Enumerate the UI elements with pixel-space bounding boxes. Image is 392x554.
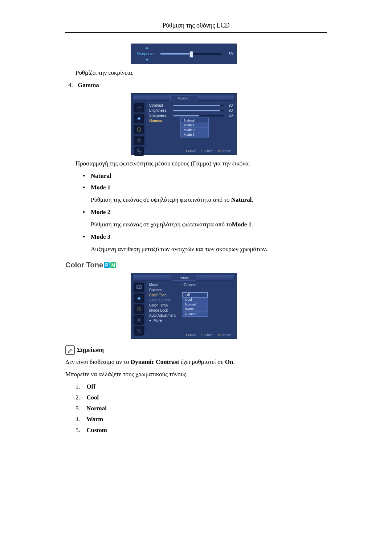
sharpness-fill	[173, 115, 199, 116]
osd-sharpness-value: 50	[229, 52, 233, 56]
list-item-gamma: 4. Gamma	[68, 82, 327, 89]
hint-enter: ↵Enter	[201, 149, 213, 153]
value-mode: : Custom	[182, 283, 196, 288]
osd-custom-menu: Custom Contrast 90 Brightness 90 S	[131, 93, 237, 155]
value-sharpness: 50	[225, 113, 233, 118]
picture-icon	[134, 103, 144, 112]
hint-move: ♦Move	[186, 149, 196, 153]
value-contrast: 90	[225, 103, 233, 108]
mode3-description: Αυξημένη αντίθεση μεταξύ των ανοιχτών κα…	[91, 246, 327, 253]
ct-label: Cool	[86, 394, 99, 401]
hint-return: ↺Return	[218, 149, 231, 153]
ct-opt-custom[interactable]: Custom	[182, 312, 208, 316]
section-title-text: Color Tone	[65, 261, 103, 269]
label-contrast: Contrast	[149, 103, 163, 108]
gamma-description: Προσαρμογή της φωτεινότητας μέσου εύρους…	[75, 160, 327, 167]
gamma-opt-natural[interactable]: Natural	[181, 118, 208, 123]
ct-number: 4.	[75, 416, 85, 423]
chevron-down-icon: ▾	[149, 318, 151, 323]
osd-icon-column	[132, 102, 146, 147]
label-brightness: Brightness	[149, 108, 166, 113]
bullet-mode2: Mode 2	[83, 209, 327, 216]
osd-custom-title: Custom	[170, 95, 197, 101]
ct-item-off: 1. Off	[75, 383, 327, 390]
sharpness-description: Ρυθμίζει την ευκρίνεια.	[75, 69, 327, 77]
osd-picture-footer: ♦Move ↵Enter ↺Return	[132, 332, 235, 338]
badge-p-icon: P	[104, 262, 110, 268]
svg-point-2	[138, 118, 140, 119]
svg-point-11	[138, 319, 140, 321]
label-color-control: Color Control	[149, 298, 171, 303]
label-color-temp: Color Temp.	[149, 303, 169, 308]
label-custom: Custom	[149, 288, 162, 293]
osd-icon-column	[132, 281, 146, 331]
hint-return: ↺Return	[218, 333, 231, 337]
ct-item-warm: 4. Warm	[75, 416, 327, 423]
svg-point-4	[138, 139, 140, 141]
ct-opt-normal[interactable]: Normal	[182, 302, 208, 307]
ct-opt-off[interactable]: Off	[182, 292, 208, 297]
svg-point-9	[138, 297, 140, 299]
note-header: Σημείωση	[65, 345, 327, 355]
ct-label: Warm	[86, 416, 103, 423]
page: Ρύθμιση της οθόνης LCD Sharpness 50 Ρυθμ…	[0, 0, 392, 554]
ct-opt-cool[interactable]: Cool	[182, 297, 208, 302]
arrow-down-icon	[146, 59, 148, 61]
gamma-colon: :	[172, 118, 173, 123]
hint-move: ♦Move	[186, 333, 196, 337]
row-brightness: Brightness 90	[149, 108, 233, 113]
note-icon	[65, 345, 75, 355]
osd-sharpness-knob[interactable]	[189, 51, 193, 58]
arrow-up-icon	[146, 47, 148, 49]
note-label: Σημείωση	[77, 346, 104, 354]
input-icon	[134, 114, 144, 123]
ct-number: 2.	[75, 394, 85, 401]
gamma-opt-mode1[interactable]: Mode 1	[181, 123, 208, 128]
osd-custom-titlebar: Custom	[132, 95, 235, 101]
label-more: More	[154, 318, 162, 323]
gear-icon	[134, 136, 144, 145]
list-number: 4.	[68, 82, 76, 89]
mode2-description: Ρύθμιση της εικόνας σε χαμηλότερη φωτειν…	[91, 221, 327, 228]
ct-opt-warm[interactable]: Warm	[182, 307, 208, 312]
osd-custom-footer: ♦Move ↵Enter ↺Return	[132, 148, 235, 154]
gamma-opt-mode3[interactable]: Mode 3	[181, 132, 208, 137]
bullet-natural: Natural	[83, 172, 327, 180]
gamma-opt-mode2[interactable]: Mode 2	[181, 128, 208, 132]
osd-custom-body: Contrast 90 Brightness 90 Sharpness 50 G…	[147, 102, 235, 147]
row-more: ▾ More	[149, 318, 233, 323]
label-mode: Mode	[149, 283, 158, 288]
ct-number: 3.	[75, 405, 85, 412]
ct-label: Off	[86, 383, 95, 390]
color-tone-dropdown[interactable]: Off Cool Normal Warm Custom	[182, 292, 208, 317]
page-header-title: Ρύθμιση της οθόνης LCD	[65, 22, 327, 32]
hint-enter: ↵Enter	[201, 333, 213, 337]
label-gamma: Gamma	[149, 118, 162, 123]
row-mode: Mode : Custom	[149, 283, 233, 288]
osd-picture-body: Mode : Custom Custom Color Tone : Color …	[147, 281, 235, 331]
brightness-fill	[173, 110, 220, 111]
ct-number: 5.	[75, 427, 85, 434]
osd-picture-menu: Picture Mode : Custom Custom Color Tone …	[131, 273, 237, 339]
value-brightness: 90	[225, 108, 233, 113]
clock-icon	[134, 125, 144, 134]
osd-sharpness-fill	[160, 53, 191, 55]
svg-rect-12	[137, 329, 139, 331]
ct-label: Normal	[86, 405, 107, 412]
input-icon	[134, 294, 144, 303]
footer-rule	[65, 526, 327, 526]
osd-picture-titlebar: Picture	[132, 275, 235, 280]
mode1-description: Ρύθμιση της εικόνας σε υψηλότερη φωτεινό…	[91, 196, 327, 204]
color-tone-intro: Μπορείτε να αλλάξετε τους χρωματικούς τό…	[65, 371, 327, 378]
ct-item-custom: 5. Custom	[75, 427, 327, 434]
gear-icon	[134, 315, 144, 325]
picture-icon	[134, 283, 144, 292]
contrast-fill	[173, 105, 220, 106]
gamma-dropdown[interactable]: Natural Mode 1 Mode 2 Mode 3	[180, 118, 209, 138]
label-color-tone: Color Tone	[149, 293, 167, 298]
bullet-mode3: Mode 3	[83, 233, 327, 241]
ct-label: Custom	[86, 427, 107, 434]
osd-sharpness-label: Sharpness	[136, 52, 154, 56]
label-sharpness: Sharpness	[149, 113, 167, 118]
ct-number: 1.	[75, 383, 85, 390]
